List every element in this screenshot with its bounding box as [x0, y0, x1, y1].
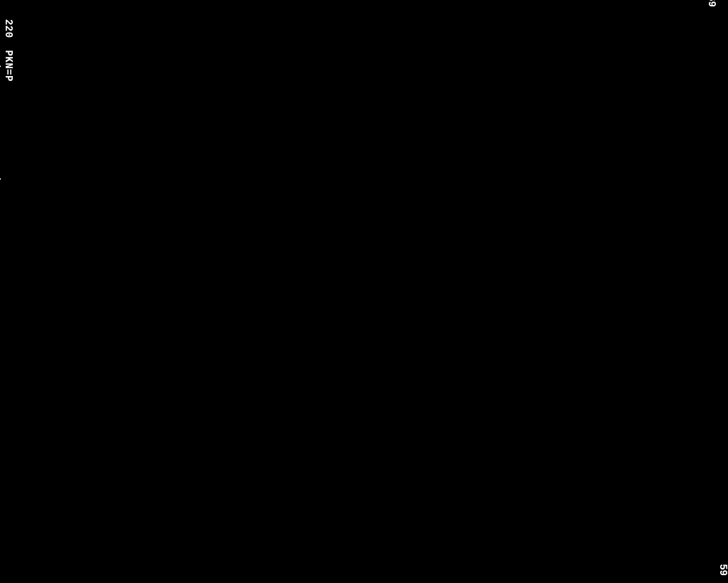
- page-header: 14/0 -69: [706, 0, 717, 7]
- code-line: 220PKN=P: [2, 14, 15, 379]
- code-text: IF(I.NE.1.AND.J.EQ.1) GC TO 222: [0, 50, 2, 252]
- code-line: IF(I.NE.1.AND.J.EQ.1) GC TO 222: [0, 14, 2, 379]
- page-number: 59: [717, 564, 728, 576]
- code-text: PKN=P: [2, 50, 15, 82]
- line-number: 220: [2, 14, 15, 38]
- code-listing: 220PKN=PIF(I.NE.1.AND.J.EQ.1) GC TO 222F…: [0, 14, 14, 379]
